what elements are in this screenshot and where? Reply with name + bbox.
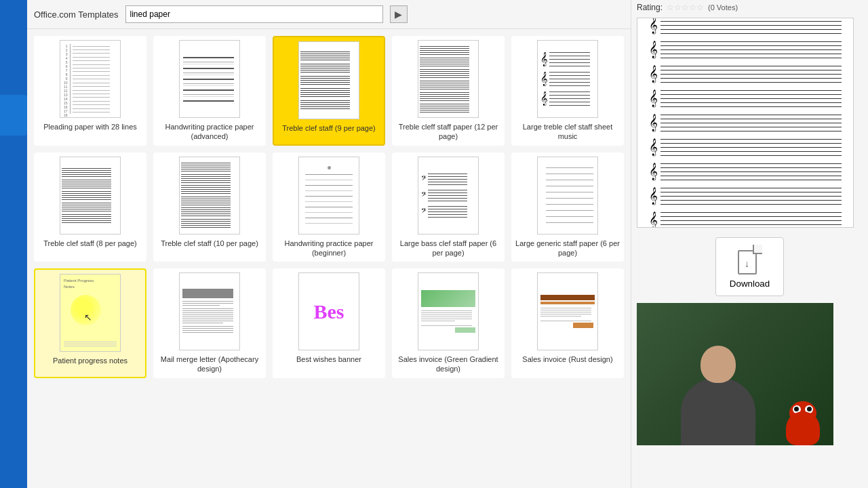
template-thumb-treble-9 (298, 41, 359, 119)
template-thumb-treble-12 (418, 40, 479, 118)
template-item-treble-10[interactable]: Treble clef staff (10 per page) (153, 152, 266, 262)
template-label-generic-6: Large generic staff paper (6 per page) (515, 239, 620, 258)
template-label-large-treble: Large treble clef staff sheet music (515, 122, 620, 142)
template-item-invoice-rust[interactable]: Sales invoice (Rust design) (511, 268, 624, 378)
template-thumb-treble-10 (179, 157, 240, 235)
template-item-mail-merge[interactable]: Mail merge letter (Apothecary design) (153, 268, 266, 378)
rating-row: Rating: ☆☆☆☆☆ (0 Votes) (631, 0, 868, 15)
template-thumb-bass-6: 𝄢 𝄢 (418, 157, 479, 235)
template-label-best-wishes: Best wishes banner (296, 354, 361, 364)
template-item-patient-notes[interactable]: Patient ProgressNotes ↖ Patient progress… (34, 268, 146, 378)
header-bar: Office.com Templates ▶ (27, 0, 631, 29)
template-thumb-treble-8 (60, 157, 121, 235)
template-thumb-handwriting-adv (179, 40, 240, 118)
template-item-treble-8[interactable]: Treble clef staff (8 per page) (34, 152, 146, 262)
search-input[interactable] (125, 5, 383, 23)
template-item-large-treble[interactable]: 𝄞 𝄞 (511, 36, 624, 146)
main-content: Office.com Templates ▶ 123 456 789 10111… (27, 0, 631, 488)
template-item-handwriting-adv[interactable]: Handwriting practice paper (advanced) (153, 36, 266, 146)
template-item-generic-6[interactable]: Large generic staff paper (6 per page) (511, 152, 624, 262)
template-label-handwriting-adv: Handwriting practice paper (advanced) (157, 122, 262, 142)
download-button[interactable]: ↓ Download (715, 237, 784, 296)
template-item-handwriting-beg[interactable]: Handwriting practice paper (beginner) (273, 152, 385, 262)
template-label-pleading-28: Pleading paper with 28 lines (43, 122, 137, 131)
template-item-pleading-28[interactable]: 123 456 789 101112 131415 161718 19 (34, 36, 146, 146)
template-thumb-generic-6 (537, 157, 598, 235)
template-label-treble-9: Treble clef staff (9 per page) (282, 123, 376, 133)
template-label-treble-12: Treble cleff staff paper (12 per page) (396, 122, 500, 142)
votes-text: (0 Votes) (708, 3, 738, 12)
template-thumb-handwriting-beg (298, 157, 359, 235)
office-templates-label: Office.com Templates (34, 9, 119, 20)
template-thumb-mail-merge (179, 272, 240, 350)
download-label: Download (730, 279, 770, 289)
sidebar-tab[interactable] (0, 95, 27, 136)
download-section: ↓ Download (631, 230, 868, 303)
webcam-section (637, 303, 833, 445)
template-label-bass-6: Large bass clef staff paper (6 per page) (396, 239, 500, 258)
right-panel: Rating: ☆☆☆☆☆ (0 Votes) 𝄞 𝄞 (631, 0, 868, 488)
template-item-treble-9[interactable]: Treble clef staff (9 per page) (273, 36, 385, 146)
template-thumb-invoice-green (418, 272, 479, 350)
template-item-best-wishes[interactable]: Bes Best wishes banner (273, 268, 385, 378)
template-label-treble-10: Treble clef staff (10 per page) (161, 239, 258, 248)
rating-stars: ☆☆☆☆☆ (667, 3, 704, 12)
template-label-mail-merge: Mail merge letter (Apothecary design) (157, 354, 262, 374)
template-item-bass-6[interactable]: 𝄢 𝄢 (392, 152, 505, 262)
download-icon: ↓ (738, 245, 762, 274)
template-label-treble-8: Treble clef staff (8 per page) (43, 239, 137, 248)
template-thumb-pleading-28: 123 456 789 101112 131415 161718 19 (60, 40, 121, 118)
template-grid: 123 456 789 101112 131415 161718 19 (27, 29, 631, 488)
template-label-invoice-rust: Sales invoice (Rust design) (522, 354, 612, 364)
template-label-handwriting-beg: Handwriting practice paper (beginner) (277, 239, 381, 258)
template-label-invoice-green: Sales invoice (Green Gradient design) (396, 354, 500, 374)
preview-box: 𝄞 𝄞 𝄞 (637, 18, 854, 228)
template-thumb-best-wishes: Bes (298, 272, 359, 350)
search-button[interactable]: ▶ (390, 5, 408, 23)
left-sidebar (0, 0, 27, 488)
template-thumb-patient-notes: Patient ProgressNotes ↖ (60, 274, 121, 352)
template-thumb-invoice-rust (537, 272, 598, 350)
template-thumb-large-treble: 𝄞 𝄞 (537, 40, 598, 118)
template-item-treble-12[interactable]: Treble cleff staff paper (12 per page) (392, 36, 505, 146)
rating-label: Rating: (637, 3, 663, 12)
template-label-patient-notes: Patient progress notes (53, 356, 127, 365)
webcam-background (637, 303, 833, 445)
template-item-invoice-green[interactable]: Sales invoice (Green Gradient design) (392, 268, 505, 378)
